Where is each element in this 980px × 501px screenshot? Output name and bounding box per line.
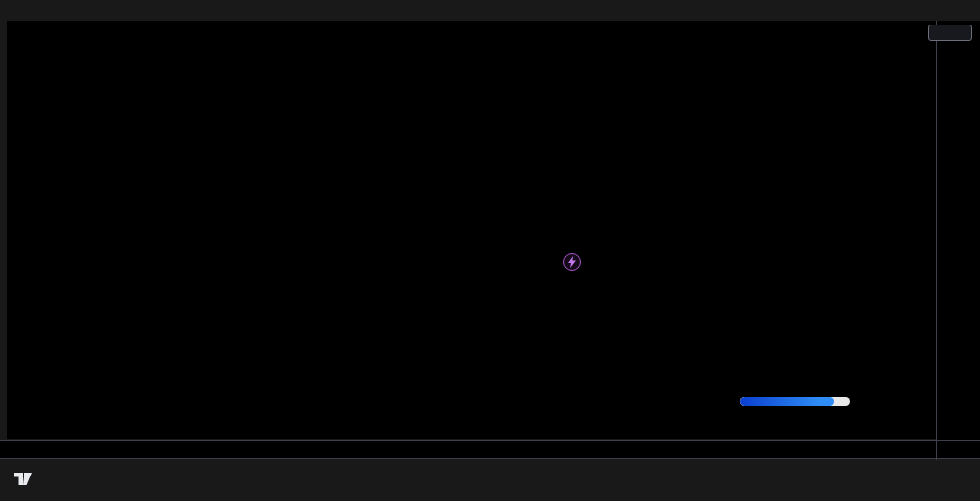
lightning-glyph <box>567 256 577 268</box>
time-axis-corner-divider <box>936 441 937 460</box>
ashfxpro-progress-bar <box>740 397 850 406</box>
time-axis[interactable] <box>0 440 980 459</box>
boost-flash-icon[interactable] <box>564 253 581 271</box>
price-axis[interactable] <box>936 21 980 440</box>
attribution-bar <box>0 0 980 21</box>
currency-toggle-button[interactable] <box>928 25 972 41</box>
stochastic-panel[interactable] <box>7 268 936 370</box>
footer <box>0 460 980 501</box>
tradingview-screenshot <box>0 0 980 501</box>
ashfxpro-watermark <box>740 395 902 406</box>
tradingview-logo[interactable] <box>13 469 40 489</box>
tradingview-logo-icon <box>13 469 33 489</box>
main-price-chart[interactable] <box>7 21 936 268</box>
